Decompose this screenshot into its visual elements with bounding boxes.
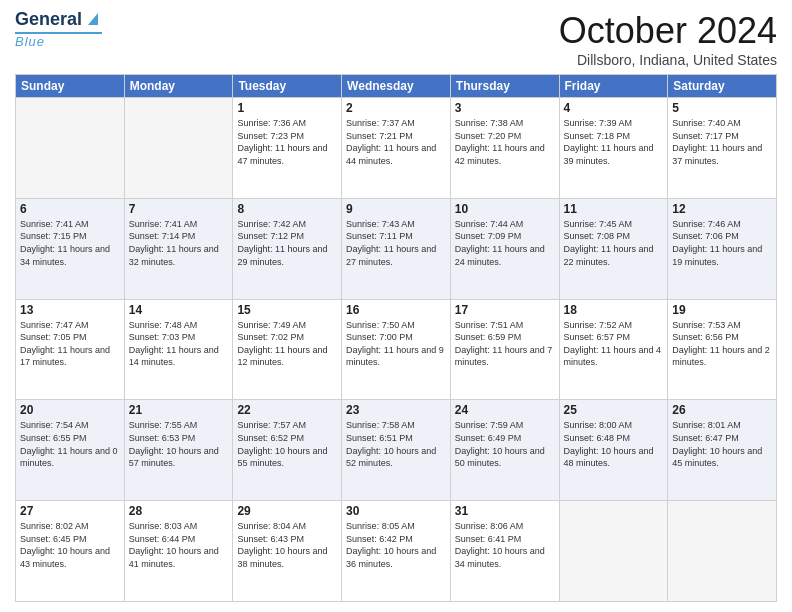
col-wednesday: Wednesday [342, 75, 451, 98]
col-friday: Friday [559, 75, 668, 98]
day-info: Sunrise: 7:51 AM Sunset: 6:59 PM Dayligh… [455, 319, 555, 369]
table-row: 9Sunrise: 7:43 AM Sunset: 7:11 PM Daylig… [342, 198, 451, 299]
table-row: 26Sunrise: 8:01 AM Sunset: 6:47 PM Dayli… [668, 400, 777, 501]
col-thursday: Thursday [450, 75, 559, 98]
day-info: Sunrise: 7:45 AM Sunset: 7:08 PM Dayligh… [564, 218, 664, 268]
table-row: 15Sunrise: 7:49 AM Sunset: 7:02 PM Dayli… [233, 299, 342, 400]
table-row: 20Sunrise: 7:54 AM Sunset: 6:55 PM Dayli… [16, 400, 125, 501]
day-info: Sunrise: 7:59 AM Sunset: 6:49 PM Dayligh… [455, 419, 555, 469]
day-number: 6 [20, 202, 120, 216]
day-info: Sunrise: 7:50 AM Sunset: 7:00 PM Dayligh… [346, 319, 446, 369]
table-row: 28Sunrise: 8:03 AM Sunset: 6:44 PM Dayli… [124, 501, 233, 602]
day-info: Sunrise: 7:53 AM Sunset: 6:56 PM Dayligh… [672, 319, 772, 369]
calendar-week-row: 13Sunrise: 7:47 AM Sunset: 7:05 PM Dayli… [16, 299, 777, 400]
day-number: 16 [346, 303, 446, 317]
table-row: 27Sunrise: 8:02 AM Sunset: 6:45 PM Dayli… [16, 501, 125, 602]
header: General Blue October 2024 Dillsboro, Ind… [15, 10, 777, 68]
table-row: 23Sunrise: 7:58 AM Sunset: 6:51 PM Dayli… [342, 400, 451, 501]
calendar-header-row: Sunday Monday Tuesday Wednesday Thursday… [16, 75, 777, 98]
day-number: 21 [129, 403, 229, 417]
table-row [559, 501, 668, 602]
page: General Blue October 2024 Dillsboro, Ind… [0, 0, 792, 612]
table-row: 12Sunrise: 7:46 AM Sunset: 7:06 PM Dayli… [668, 198, 777, 299]
day-number: 28 [129, 504, 229, 518]
calendar-week-row: 6Sunrise: 7:41 AM Sunset: 7:15 PM Daylig… [16, 198, 777, 299]
table-row: 11Sunrise: 7:45 AM Sunset: 7:08 PM Dayli… [559, 198, 668, 299]
table-row: 29Sunrise: 8:04 AM Sunset: 6:43 PM Dayli… [233, 501, 342, 602]
day-info: Sunrise: 7:42 AM Sunset: 7:12 PM Dayligh… [237, 218, 337, 268]
day-number: 3 [455, 101, 555, 115]
table-row: 17Sunrise: 7:51 AM Sunset: 6:59 PM Dayli… [450, 299, 559, 400]
logo-text: General [15, 10, 82, 30]
day-number: 17 [455, 303, 555, 317]
day-info: Sunrise: 7:48 AM Sunset: 7:03 PM Dayligh… [129, 319, 229, 369]
table-row: 25Sunrise: 8:00 AM Sunset: 6:48 PM Dayli… [559, 400, 668, 501]
calendar-week-row: 20Sunrise: 7:54 AM Sunset: 6:55 PM Dayli… [16, 400, 777, 501]
col-tuesday: Tuesday [233, 75, 342, 98]
day-number: 25 [564, 403, 664, 417]
day-info: Sunrise: 7:39 AM Sunset: 7:18 PM Dayligh… [564, 117, 664, 167]
day-number: 27 [20, 504, 120, 518]
table-row: 8Sunrise: 7:42 AM Sunset: 7:12 PM Daylig… [233, 198, 342, 299]
table-row: 2Sunrise: 7:37 AM Sunset: 7:21 PM Daylig… [342, 98, 451, 199]
table-row: 6Sunrise: 7:41 AM Sunset: 7:15 PM Daylig… [16, 198, 125, 299]
table-row: 30Sunrise: 8:05 AM Sunset: 6:42 PM Dayli… [342, 501, 451, 602]
day-info: Sunrise: 7:36 AM Sunset: 7:23 PM Dayligh… [237, 117, 337, 167]
day-info: Sunrise: 8:01 AM Sunset: 6:47 PM Dayligh… [672, 419, 772, 469]
col-saturday: Saturday [668, 75, 777, 98]
day-number: 2 [346, 101, 446, 115]
col-sunday: Sunday [16, 75, 125, 98]
day-info: Sunrise: 7:41 AM Sunset: 7:14 PM Dayligh… [129, 218, 229, 268]
day-number: 24 [455, 403, 555, 417]
day-number: 29 [237, 504, 337, 518]
table-row: 3Sunrise: 7:38 AM Sunset: 7:20 PM Daylig… [450, 98, 559, 199]
day-number: 19 [672, 303, 772, 317]
day-number: 5 [672, 101, 772, 115]
calendar-week-row: 1Sunrise: 7:36 AM Sunset: 7:23 PM Daylig… [16, 98, 777, 199]
day-info: Sunrise: 8:04 AM Sunset: 6:43 PM Dayligh… [237, 520, 337, 570]
day-number: 26 [672, 403, 772, 417]
day-number: 1 [237, 101, 337, 115]
day-number: 10 [455, 202, 555, 216]
day-info: Sunrise: 7:40 AM Sunset: 7:17 PM Dayligh… [672, 117, 772, 167]
day-info: Sunrise: 7:54 AM Sunset: 6:55 PM Dayligh… [20, 419, 120, 469]
title-block: October 2024 Dillsboro, Indiana, United … [559, 10, 777, 68]
table-row [16, 98, 125, 199]
day-number: 20 [20, 403, 120, 417]
day-number: 23 [346, 403, 446, 417]
day-info: Sunrise: 7:38 AM Sunset: 7:20 PM Dayligh… [455, 117, 555, 167]
table-row [668, 501, 777, 602]
col-monday: Monday [124, 75, 233, 98]
day-number: 18 [564, 303, 664, 317]
table-row: 31Sunrise: 8:06 AM Sunset: 6:41 PM Dayli… [450, 501, 559, 602]
logo: General Blue [15, 10, 102, 49]
day-info: Sunrise: 7:49 AM Sunset: 7:02 PM Dayligh… [237, 319, 337, 369]
table-row: 16Sunrise: 7:50 AM Sunset: 7:00 PM Dayli… [342, 299, 451, 400]
table-row: 10Sunrise: 7:44 AM Sunset: 7:09 PM Dayli… [450, 198, 559, 299]
day-info: Sunrise: 7:37 AM Sunset: 7:21 PM Dayligh… [346, 117, 446, 167]
day-info: Sunrise: 8:03 AM Sunset: 6:44 PM Dayligh… [129, 520, 229, 570]
day-info: Sunrise: 7:41 AM Sunset: 7:15 PM Dayligh… [20, 218, 120, 268]
day-info: Sunrise: 7:55 AM Sunset: 6:53 PM Dayligh… [129, 419, 229, 469]
day-number: 13 [20, 303, 120, 317]
svg-marker-0 [88, 13, 98, 25]
day-info: Sunrise: 8:00 AM Sunset: 6:48 PM Dayligh… [564, 419, 664, 469]
table-row: 13Sunrise: 7:47 AM Sunset: 7:05 PM Dayli… [16, 299, 125, 400]
table-row: 4Sunrise: 7:39 AM Sunset: 7:18 PM Daylig… [559, 98, 668, 199]
logo-icon [84, 9, 102, 27]
day-number: 7 [129, 202, 229, 216]
table-row: 7Sunrise: 7:41 AM Sunset: 7:14 PM Daylig… [124, 198, 233, 299]
day-info: Sunrise: 8:06 AM Sunset: 6:41 PM Dayligh… [455, 520, 555, 570]
table-row [124, 98, 233, 199]
page-title: October 2024 [559, 10, 777, 52]
day-number: 11 [564, 202, 664, 216]
day-info: Sunrise: 7:57 AM Sunset: 6:52 PM Dayligh… [237, 419, 337, 469]
table-row: 1Sunrise: 7:36 AM Sunset: 7:23 PM Daylig… [233, 98, 342, 199]
day-info: Sunrise: 7:43 AM Sunset: 7:11 PM Dayligh… [346, 218, 446, 268]
day-info: Sunrise: 7:46 AM Sunset: 7:06 PM Dayligh… [672, 218, 772, 268]
day-number: 4 [564, 101, 664, 115]
day-number: 12 [672, 202, 772, 216]
day-number: 30 [346, 504, 446, 518]
day-info: Sunrise: 8:02 AM Sunset: 6:45 PM Dayligh… [20, 520, 120, 570]
day-number: 31 [455, 504, 555, 518]
